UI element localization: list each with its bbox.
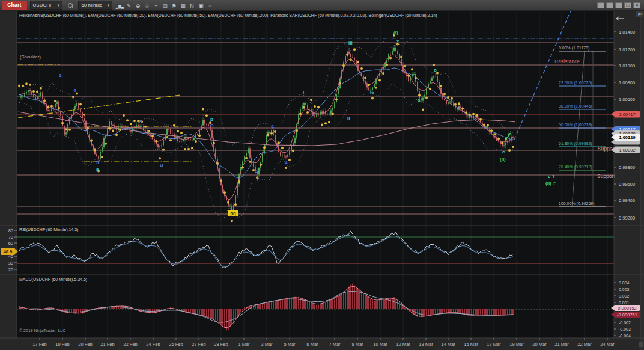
wave-label: c: [502, 149, 505, 155]
instrument-value: USDCHF: [33, 2, 53, 8]
svg-text:1.01400: 1.01400: [619, 29, 635, 35]
support-label-2: Support: [597, 173, 615, 179]
wave-label: b: [210, 117, 213, 122]
svg-text:30: 30: [8, 260, 13, 266]
svg-text:14 Mar: 14 Mar: [441, 342, 455, 347]
wave-label: 3: [255, 168, 258, 174]
macd-badge-0.000152: 0.000152: [611, 305, 640, 311]
instrument-select[interactable]: USDCHF ▾: [30, 1, 63, 10]
svg-text:60: 60: [8, 241, 13, 246]
svg-text:0.99200: 0.99200: [619, 215, 635, 221]
svg-text:22 Mar: 22 Mar: [577, 342, 592, 347]
snapshot-icon[interactable]: ▣: [196, 2, 205, 10]
svg-text:20 Feb: 20 Feb: [78, 342, 92, 347]
svg-text:23.60% (1.00725): 23.60% (1.00725): [559, 81, 592, 85]
svg-text:26 Feb: 26 Feb: [169, 342, 183, 347]
dock-button[interactable]: [597, 2, 604, 8]
svg-text:17 Feb: 17 Feb: [32, 342, 46, 347]
svg-text:1.00417: 1.00417: [619, 112, 635, 117]
svg-text:22 Feb: 22 Feb: [123, 342, 137, 347]
wave-label: iv: [370, 90, 374, 96]
svg-text:20 Mar: 20 Mar: [532, 342, 547, 347]
wave-label: (ii) ?: [545, 180, 556, 186]
wave-label: a: [418, 97, 421, 103]
wave-label: (i): [393, 30, 398, 35]
chart-style-icon[interactable]: ▂▆▃: [115, 3, 124, 11]
svg-text:100.00% (0.99259): 100.00% (0.99259): [559, 201, 595, 206]
wave-label: 4: [285, 160, 288, 165]
svg-text:19 Mar: 19 Mar: [509, 342, 524, 347]
svg-text:80: 80: [8, 228, 13, 233]
svg-text:0.004: 0.004: [619, 281, 630, 285]
resistance-label: Resistance: [554, 58, 580, 64]
svg-text:-0.002: -0.002: [619, 321, 631, 325]
zoom-out-icon[interactable]: ⊖: [142, 2, 151, 10]
toolbar-icons: ▂▆▃✎⊕⊖+▤⚑▦N▣≡: [115, 0, 214, 11]
chart-tab[interactable]: Chart: [2, 1, 27, 10]
svg-text:61.80% (0.99992): 61.80% (0.99992): [559, 141, 592, 146]
indicators-icon[interactable]: ▦: [178, 2, 187, 10]
svg-text:24 Feb: 24 Feb: [146, 342, 160, 347]
chevron-down-icon: ▾: [58, 3, 60, 8]
wave-label: b: [434, 67, 437, 73]
wave-label: 4: [73, 88, 76, 93]
svg-text:6 Mar: 6 Mar: [306, 342, 318, 347]
shoulder-label: (Shoulder): [20, 54, 41, 60]
svg-text:1 Mar: 1 Mar: [238, 342, 250, 347]
svg-text:[ii]: [ii]: [230, 211, 236, 216]
svg-text:1.00002: 1.00002: [619, 147, 635, 153]
interval-select[interactable]: 60 Minute ▾: [78, 1, 112, 10]
svg-text:38.20% (1.00445): 38.20% (1.00445): [559, 104, 592, 109]
interval-value: 60 Minute: [81, 2, 102, 8]
svg-text:70: 70: [8, 235, 13, 240]
wave-label: 2: [257, 176, 260, 182]
svg-text:7 Mar: 7 Mar: [329, 342, 341, 347]
wave-label: C: [210, 123, 214, 129]
toolbar: Chart USDCHF ▾ 60 Minute ▾ ▂▆▃✎⊕⊖+▤⚑▦N▣≡…: [0, 0, 644, 11]
minimize-button[interactable]: −: [615, 2, 622, 8]
search-icon[interactable]: [68, 3, 73, 8]
svg-text:13 Mar: 13 Mar: [419, 342, 433, 347]
svg-text:28 Feb: 28 Feb: [214, 342, 228, 347]
svg-text:-0.000761: -0.000761: [617, 312, 637, 318]
wave-label: 2: [59, 73, 62, 78]
chart-canvas: 0.00% (1.01178)23.60% (1.00725)38.20% (1…: [0, 0, 644, 350]
price-badge-1.00417: 1.00417: [611, 111, 640, 118]
close-button[interactable]: ×: [633, 2, 640, 8]
restore-button[interactable]: □: [624, 2, 631, 8]
resize-grip[interactable]: [639, 342, 643, 347]
crosshair-icon[interactable]: +: [151, 2, 160, 10]
svg-text:1.01000: 1.01000: [619, 63, 635, 69]
svg-text:8 Mar: 8 Mar: [351, 342, 363, 347]
svg-text:-0.004: -0.004: [619, 334, 631, 338]
wave-label: v: [396, 38, 399, 43]
wave-label: ii: [347, 115, 350, 121]
new-window-icon[interactable]: ▤: [160, 2, 169, 10]
svg-text:21 Mar: 21 Mar: [554, 342, 569, 347]
svg-text:24 Mar: 24 Mar: [600, 342, 615, 347]
wave-label: A: [139, 118, 142, 124]
price-badge-1.00129: 1.00129: [611, 134, 640, 141]
wave-label: 5: [96, 160, 99, 165]
svg-text:76.40% (0.99712): 76.40% (0.99712): [559, 165, 592, 170]
wave-label: B: [160, 162, 163, 168]
window-buttons: − □ ×: [597, 2, 640, 8]
svg-text:0.99400: 0.99400: [619, 198, 635, 203]
flag-marker-icon[interactable]: ⚑: [169, 2, 178, 10]
macd-badge--0.000761: -0.000761: [611, 312, 640, 318]
svg-text:3 Mar: 3 Mar: [261, 342, 273, 347]
svg-text:27 Feb: 27 Feb: [192, 342, 205, 347]
zoom-in-icon[interactable]: ⊕: [133, 2, 142, 10]
dock-button-2[interactable]: [606, 2, 613, 8]
chevron-down-icon: ▾: [108, 3, 110, 8]
svg-text:F: F: [638, 12, 641, 17]
svg-text:0.001: 0.001: [619, 301, 630, 305]
svg-text:12 Mar: 12 Mar: [396, 342, 410, 347]
wave-label: 1: [272, 124, 275, 129]
data-series-icon[interactable]: ≡: [205, 2, 214, 10]
svg-text:0.99600: 0.99600: [619, 182, 635, 187]
svg-text:10 Mar: 10 Mar: [373, 342, 387, 347]
freehand-draw-icon[interactable]: N: [187, 2, 196, 10]
draw-icon[interactable]: ✎: [124, 2, 133, 10]
svg-text:46.9: 46.9: [4, 249, 13, 254]
